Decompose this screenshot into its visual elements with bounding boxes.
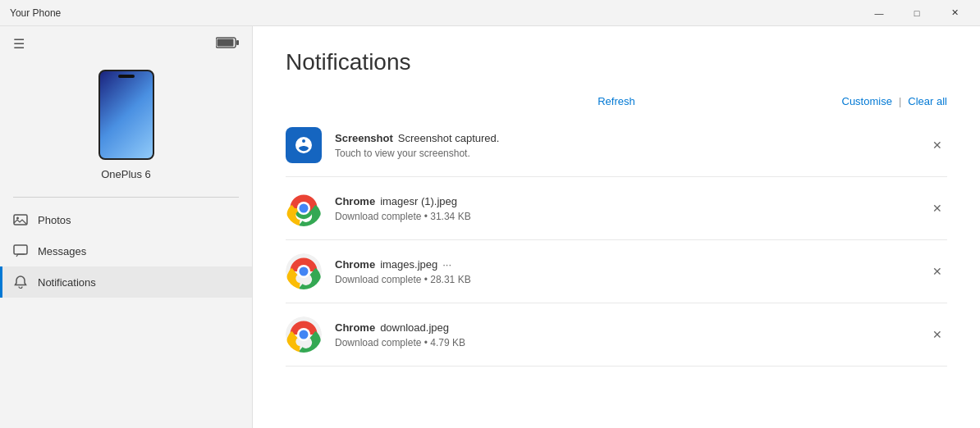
notif-title-chrome3: download.jpeg bbox=[380, 321, 449, 334]
window-controls: — □ ✕ bbox=[860, 0, 973, 26]
chrome-app-icon-2 bbox=[286, 253, 322, 289]
customise-button[interactable]: Customise bbox=[842, 95, 892, 107]
screenshot-app-icon bbox=[286, 127, 322, 163]
close-notification-chrome2[interactable]: ✕ bbox=[927, 262, 947, 281]
notif-title-chrome1: imagesr (1).jpeg bbox=[380, 195, 457, 207]
close-notification-chrome1[interactable]: ✕ bbox=[927, 198, 947, 218]
separator: | bbox=[899, 95, 901, 107]
chrome-app-icon-1 bbox=[286, 190, 322, 226]
phone-name: OnePlus 6 bbox=[101, 168, 151, 180]
notification-item-screenshot: Screenshot Screenshot captured. Touch to… bbox=[286, 114, 947, 177]
battery-icon bbox=[216, 37, 239, 51]
svg-rect-5 bbox=[14, 245, 27, 254]
sidebar: ☰ OnePlus 6 bbox=[0, 26, 253, 428]
app-title: Your Phone bbox=[10, 7, 61, 19]
notif-title-row-chrome3: Chrome download.jpeg bbox=[335, 321, 914, 334]
minimize-button[interactable]: — bbox=[860, 0, 898, 26]
notif-body-screenshot: Touch to view your screenshot. bbox=[335, 148, 914, 159]
svg-rect-1 bbox=[236, 40, 239, 45]
app-body: ☰ OnePlus 6 bbox=[0, 26, 980, 428]
notifications-label: Notifications bbox=[38, 276, 96, 289]
chrome-app-icon-3 bbox=[286, 316, 322, 353]
notification-item-chrome2: Chrome images.jpeg ··· Download complete… bbox=[286, 240, 947, 303]
notification-content-chrome2: Chrome images.jpeg ··· Download complete… bbox=[335, 258, 914, 285]
notif-title-row: Screenshot Screenshot captured. bbox=[335, 132, 914, 144]
titlebar: Your Phone — □ ✕ bbox=[0, 0, 980, 26]
content-header: Notifications bbox=[253, 26, 980, 89]
photos-icon bbox=[13, 212, 28, 227]
notif-title-screenshot: Screenshot captured. bbox=[398, 132, 500, 144]
close-notification-screenshot[interactable]: ✕ bbox=[927, 135, 947, 155]
notifications-icon bbox=[13, 275, 28, 289]
notif-app-chrome3: Chrome bbox=[335, 321, 375, 334]
notif-app-screenshot: Screenshot bbox=[335, 132, 393, 144]
notification-content-chrome1: Chrome imagesr (1).jpeg Download complet… bbox=[335, 195, 914, 222]
notification-item-chrome3: Chrome download.jpeg Download complete •… bbox=[286, 303, 947, 367]
messages-icon bbox=[13, 244, 28, 258]
notification-content-chrome3: Chrome download.jpeg Download complete •… bbox=[335, 321, 914, 348]
sidebar-nav: Photos Messages bbox=[0, 204, 252, 298]
sidebar-item-messages[interactable]: Messages bbox=[0, 235, 252, 266]
svg-point-11 bbox=[300, 204, 309, 213]
main-content: Notifications Refresh Customise | Clear … bbox=[253, 26, 980, 428]
notif-body-chrome2: Download complete • 28.31 KB bbox=[335, 274, 914, 285]
messages-label: Messages bbox=[38, 245, 86, 257]
page-title: Notifications bbox=[286, 49, 947, 75]
photos-label: Photos bbox=[38, 214, 71, 226]
phone-image bbox=[98, 70, 154, 160]
close-notification-chrome3[interactable]: ✕ bbox=[927, 325, 947, 344]
notif-title-chrome2: images.jpeg bbox=[380, 258, 437, 271]
notif-title-dots: ··· bbox=[442, 258, 451, 271]
clear-all-button[interactable]: Clear all bbox=[908, 95, 947, 107]
sidebar-divider bbox=[13, 197, 239, 198]
refresh-button[interactable]: Refresh bbox=[598, 95, 635, 107]
svg-point-17 bbox=[300, 330, 309, 339]
svg-point-4 bbox=[16, 217, 19, 220]
maximize-button[interactable]: □ bbox=[898, 0, 936, 26]
notif-title-row-chrome2: Chrome images.jpeg ··· bbox=[335, 258, 914, 271]
notification-content-screenshot: Screenshot Screenshot captured. Touch to… bbox=[335, 132, 914, 159]
phone-display: OnePlus 6 bbox=[0, 61, 252, 197]
hamburger-icon[interactable]: ☰ bbox=[13, 36, 25, 52]
notif-body-chrome1: Download complete • 31.34 KB bbox=[335, 211, 914, 222]
notification-item-chrome1: Chrome imagesr (1).jpeg Download complet… bbox=[286, 177, 947, 240]
svg-rect-2 bbox=[218, 39, 234, 47]
notifications-list: Screenshot Screenshot captured. Touch to… bbox=[253, 114, 980, 428]
close-button[interactable]: ✕ bbox=[936, 0, 973, 26]
sidebar-item-photos[interactable]: Photos bbox=[0, 204, 252, 235]
svg-point-14 bbox=[300, 267, 309, 276]
sidebar-item-notifications[interactable]: Notifications bbox=[0, 266, 252, 298]
action-bar: Refresh Customise | Clear all bbox=[253, 89, 980, 114]
notif-body-chrome3: Download complete • 4.79 KB bbox=[335, 337, 914, 348]
notif-app-chrome1: Chrome bbox=[335, 195, 375, 207]
right-actions: Customise | Clear all bbox=[842, 95, 948, 107]
notif-title-row-chrome1: Chrome imagesr (1).jpeg bbox=[335, 195, 914, 207]
sidebar-header: ☰ bbox=[0, 26, 252, 61]
notif-app-chrome2: Chrome bbox=[335, 258, 375, 271]
